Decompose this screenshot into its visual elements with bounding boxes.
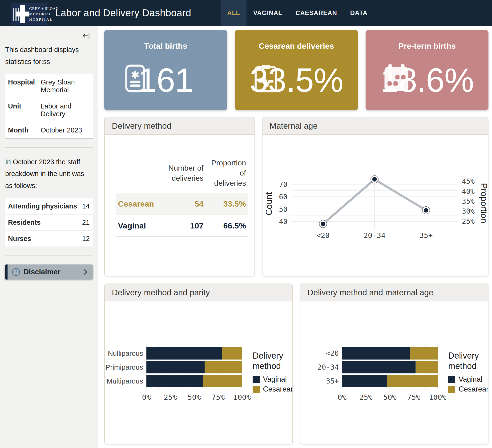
maternal-age-chart: 4050607025%30%35%40%45%<2020-3435+CountP… xyxy=(263,135,488,277)
svg-text:Nulliparous: Nulliparous xyxy=(108,349,143,357)
delivery-method-parity-card: Delivery method and parity NulliparousPr… xyxy=(104,284,293,445)
svg-text:Primiparous: Primiparous xyxy=(105,363,143,371)
value-box-preterm-births: Pre-term births 18.6% xyxy=(366,30,489,110)
nav-tabs: ALL VAGINAL CAESAREAN DATA xyxy=(221,0,374,26)
page-title: Labor and Delivery Dashboard xyxy=(55,7,191,19)
table-row: Residents 21 xyxy=(5,214,93,230)
disclaimer-label: Disclaimer xyxy=(23,268,82,276)
svg-text:Delivery: Delivery xyxy=(448,351,479,360)
svg-text:75%: 75% xyxy=(212,393,225,401)
delivery-method-parity-chart: NulliparousPrimiparousMultiparous0%25%50… xyxy=(105,301,292,445)
sidebar-intro-text: This dashboard displays statistics for:s… xyxy=(5,44,92,68)
value-box-total-births: Total births 161 xyxy=(104,30,227,110)
row-label: Residents xyxy=(8,219,82,226)
svg-text:30%: 30% xyxy=(462,207,475,215)
row-label: Hospital xyxy=(8,78,41,86)
table-row: Month October 2023 xyxy=(5,122,93,138)
svg-text:35+: 35+ xyxy=(420,231,433,239)
svg-text:35+: 35+ xyxy=(326,377,339,385)
svg-text:50%: 50% xyxy=(383,393,396,401)
svg-text:20-34: 20-34 xyxy=(363,231,385,239)
svg-text:Cesarean: Cesarean xyxy=(459,385,488,393)
file-medical-icon xyxy=(119,62,151,96)
chevron-right-icon xyxy=(82,268,89,277)
svg-text:method: method xyxy=(448,361,476,371)
table-header-row: Number of deliveries Proportion of deliv… xyxy=(116,154,248,193)
table-row: Hospital Grey Sloan Memorial xyxy=(5,74,93,98)
value-box-title: Total births xyxy=(104,41,227,50)
svg-text:40: 40 xyxy=(279,217,287,226)
card-title: Delivery method and maternal age xyxy=(300,284,488,301)
tab-vaginal[interactable]: VAGINAL xyxy=(246,0,289,26)
calendar-week-icon xyxy=(380,62,413,96)
svg-text:50%: 50% xyxy=(188,393,201,401)
row-value: October 2023 xyxy=(41,126,90,134)
value-box-title: Pre-term births xyxy=(366,41,489,50)
value-box-title: Cesarean deliveries xyxy=(235,41,358,50)
table-row-vaginal: Vaginal 107 66.5% xyxy=(116,215,248,237)
staff-table: Attending physicians 14 Residents 21 Nur… xyxy=(5,198,93,247)
delivery-method-card: Delivery method Number of deliveries Pro… xyxy=(104,117,255,277)
row-label: Nurses xyxy=(8,235,82,243)
svg-text:45%: 45% xyxy=(462,177,475,185)
value-box-cesarean-deliveries: Cesarean deliveries 33.5% xyxy=(235,30,358,110)
delivery-method-maternal-age-card: Delivery method and maternal age <2020-3… xyxy=(300,284,489,445)
staff-intro-text: In October 2023 the staff breakdown in t… xyxy=(5,156,92,192)
svg-text:Multiparous: Multiparous xyxy=(107,377,143,385)
clipboard-pulse-icon xyxy=(249,62,282,96)
info-icon: i xyxy=(12,268,20,276)
hospital-info-table: Hospital Grey Sloan Memorial Unit Labor … xyxy=(5,74,93,139)
sidebar-collapse-icon[interactable] xyxy=(82,31,91,40)
svg-text:50: 50 xyxy=(279,205,287,213)
card-title: Delivery method and parity xyxy=(105,284,292,301)
sidebar: This dashboard displays statistics for:s… xyxy=(0,26,98,448)
tab-caesarean[interactable]: CAESAREAN xyxy=(289,0,343,26)
column-header: Number of deliveries xyxy=(163,154,206,193)
svg-text:Proportion: Proportion xyxy=(479,183,488,223)
disclaimer-button[interactable]: i Disclaimer xyxy=(5,264,93,279)
svg-text:20-34: 20-34 xyxy=(318,363,339,371)
svg-text:25%: 25% xyxy=(359,393,373,401)
logo-cross-icon xyxy=(16,11,30,17)
main-content: Total births 161 xyxy=(98,26,492,448)
svg-text:0%: 0% xyxy=(142,393,151,401)
svg-text:70: 70 xyxy=(279,180,287,189)
row-label: Month xyxy=(8,126,41,134)
maternal-age-card: Maternal age 4050607025%30%35%40%45%<202… xyxy=(262,117,489,277)
navbar: GREY + SLOAN MEMORIAL HOSPITAL Labor and… xyxy=(0,0,492,26)
tab-data[interactable]: DATA xyxy=(344,0,374,26)
table-row: Nurses 12 xyxy=(5,230,93,247)
row-label: Vaginal xyxy=(116,215,163,237)
row-value: 21 xyxy=(82,219,90,226)
cell-number: 107 xyxy=(163,215,206,237)
svg-text:40%: 40% xyxy=(462,187,475,196)
row-value: 12 xyxy=(82,235,90,243)
row-label: Cesarean xyxy=(116,193,163,215)
svg-text:Cesarean: Cesarean xyxy=(263,385,292,393)
tab-all[interactable]: ALL xyxy=(221,0,246,26)
cell-number: 54 xyxy=(163,193,206,215)
row-value: Labor and Delivery xyxy=(41,102,90,118)
card-title: Maternal age xyxy=(263,117,488,135)
svg-text:25%: 25% xyxy=(164,393,177,401)
svg-text:75%: 75% xyxy=(407,393,420,401)
column-header: Proportion of deliveries xyxy=(206,154,249,193)
svg-text:<20: <20 xyxy=(316,231,329,239)
cell-proportion: 66.5% xyxy=(206,215,249,237)
sidebar-divider xyxy=(5,256,93,256)
svg-text:35%: 35% xyxy=(462,197,475,205)
svg-text:60: 60 xyxy=(279,193,287,201)
table-row: Unit Labor and Delivery xyxy=(5,98,93,122)
svg-text:<20: <20 xyxy=(326,349,339,358)
svg-text:Count: Count xyxy=(264,192,274,215)
row-value: 14 xyxy=(82,202,90,210)
value-box-row: Total births 161 xyxy=(104,30,489,110)
svg-text:100%: 100% xyxy=(233,393,251,401)
cell-proportion: 33.5% xyxy=(206,193,249,215)
hospital-logo: GREY + SLOAN MEMORIAL HOSPITAL xyxy=(11,3,47,25)
logo-text: GREY + SLOAN MEMORIAL HOSPITAL xyxy=(29,6,45,22)
card-title: Delivery method xyxy=(105,117,255,135)
row-value: Grey Sloan Memorial xyxy=(41,78,90,94)
brand: GREY + SLOAN MEMORIAL HOSPITAL Labor and… xyxy=(0,0,191,26)
svg-text:i: i xyxy=(15,269,17,275)
